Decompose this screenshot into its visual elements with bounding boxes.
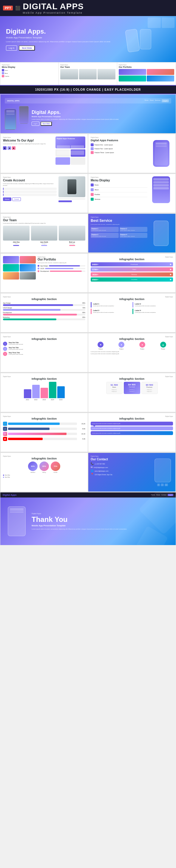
menu-portfolio-text: Portfolio	[95, 194, 100, 195]
bubble-text-2: Lorem ipsum dolor sit amet consectetur a…	[92, 428, 172, 429]
prog-lbl-text-1: App Design	[3, 302, 11, 304]
ig-text-list: Lorem ipsum dolor sit amet consectetur a…	[91, 351, 173, 354]
price-title: Infographic Section	[91, 377, 173, 380]
mini-menu-item-3: Portfolio	[2, 75, 57, 77]
nav-login-btn[interactable]: Log In	[162, 99, 169, 102]
ig-item-3: ● Feature	[132, 342, 152, 350]
speech-bubbles: Lorem ipsum dolor sit amet consectetur a…	[91, 422, 173, 435]
social-btn-1[interactable]: f	[157, 484, 160, 486]
ty-phone-row-3	[10, 512, 24, 513]
social-btn-2[interactable]: t	[161, 484, 164, 486]
circ-list: Item One Item Two	[3, 474, 85, 478]
field-username[interactable]	[3, 188, 57, 190]
circ-stat-2: 80% Rating	[40, 462, 49, 473]
portfolio-left	[3, 256, 36, 290]
port-item-6	[20, 272, 36, 280]
social-btn-3[interactable]: in	[165, 484, 168, 486]
mini-menu-item-1: Home	[2, 69, 57, 71]
phone-right-screen	[19, 106, 28, 123]
info-tr-grid: Label 1 Lorem ipsum dolor sit amet conse…	[91, 302, 173, 314]
portfolio-list: App Design UI/UX	[37, 265, 85, 272]
ig-item-2: ♦ Feature	[111, 342, 131, 350]
field-email[interactable]	[3, 191, 57, 193]
twitter-count: 15.2K	[78, 423, 85, 425]
row-info-progress: Digital Apps Infographic Section App Des…	[0, 293, 176, 333]
slide-info-steps-left: Digital Apps Infographic Section 1 Step …	[0, 333, 88, 372]
team-text: Lorem ipsum dolor sit amet, consectetur …	[3, 222, 85, 224]
screen-row-2	[6, 113, 15, 113]
hero-login-button[interactable]: Log In	[6, 45, 17, 51]
service-feat-1: Feature 1 Lorem ipsum dolor sit amet	[91, 227, 119, 232]
port-bar-track-3	[50, 271, 85, 272]
mini-team-photo-3	[98, 69, 116, 80]
menu-home-text: Home	[95, 184, 98, 186]
port-text: Lorem ipsum dolor sit amet, consectetur …	[37, 262, 85, 264]
welcome-icons: ▶ ◀ ▶	[3, 146, 54, 150]
hero-next-button[interactable]: Next Slide	[19, 45, 35, 51]
circle-lbl-3: Growth	[51, 472, 60, 473]
slide-timeline: Digital Apps Infographic Section 2021 20…	[0, 373, 88, 412]
tl-year-3: 2023	[41, 399, 48, 401]
step-3: 3 Step Three Title Lorem ipsum dolor sit…	[3, 352, 85, 356]
account-title: Create Account	[3, 179, 57, 182]
menu-item-home: Home	[91, 183, 147, 186]
bubble-2: Lorem ipsum dolor sit amet consectetur a…	[91, 426, 173, 430]
slide-social: Digital Apps Infographic Section 🐦 15.2K…	[0, 413, 88, 452]
mini-menu-text-3: Portfolio	[5, 75, 9, 77]
main-login-btn[interactable]: Log In	[32, 122, 40, 126]
nav-bar: DIGITAL APPS Home About Services Log In	[5, 98, 171, 103]
field-password[interactable]	[3, 194, 57, 196]
info-item-text-2: Lorem ipsum dolor sit amet consectetur	[135, 305, 172, 307]
ps-item-1: Feature 1	[125, 389, 139, 390]
features-content: Digital Apps Digital Apps Features Featu…	[88, 134, 175, 173]
menu-right	[149, 176, 173, 210]
welcome-icon-1[interactable]: ▶	[3, 146, 6, 150]
slide-menu: Digital Apps Menu Display Home About	[88, 174, 176, 213]
info-item-text-1: Lorem ipsum dolor sit amet consectetur	[93, 305, 130, 307]
stat-label-2: Users	[132, 269, 136, 270]
row-portfolio-info: Digital Apps Our Portfolio Lorem ipsum d…	[0, 253, 176, 293]
mini-label-1: Digital Apps	[2, 64, 57, 66]
port-label-1: App Design	[40, 265, 48, 267]
twitter-bar-fill	[8, 423, 60, 425]
info-item-text-4: Lorem ipsum dolor sit amet consectetur	[135, 312, 172, 313]
contact-phone-row: 📞 +1 234 567 890	[91, 462, 150, 465]
step-content-2: Step Two Title Lorem ipsum dolor sit ame…	[9, 347, 23, 350]
account-submit-btn[interactable]: Submit	[3, 197, 11, 201]
welcome-icon-2[interactable]: ◀	[7, 146, 11, 150]
account-content: Digital Apps Create Account Lorem ipsum …	[1, 174, 88, 213]
step-2: 2 Step Two Title Lorem ipsum dolor sit a…	[3, 347, 85, 351]
ig-r-title: Infographic Section	[91, 338, 173, 340]
tl-col-1: 2021	[24, 389, 31, 401]
prog-l-title: Infographic Section	[3, 298, 85, 301]
team-label: Digital Apps	[3, 216, 85, 218]
member-3: Bob Lee Developer	[59, 226, 85, 246]
icon-grid: ★ Feature ♦ Feature ● Feature ▲ Feature	[91, 342, 173, 350]
stat-num-2: 579K+	[92, 269, 98, 271]
ig-sym: ◎	[4, 433, 6, 435]
menu-label: Digital Apps	[91, 176, 147, 178]
welcome-icon-3[interactable]: ▶	[12, 146, 16, 150]
feat-text-2: Lorem ipsum dolor sit amet	[121, 229, 147, 231]
price-prem-items: Feature 1 Feature 2	[143, 389, 156, 392]
hero-main-text: Digital Apps. Mobile App Presentation Te…	[32, 110, 171, 126]
account-cancel-btn[interactable]: Cancel	[12, 197, 21, 201]
menu-divider-1	[91, 187, 147, 188]
team-content: Digital Apps Our Team Lorem ipsum dolor …	[1, 214, 88, 252]
mini-menu-dot-3	[2, 75, 4, 77]
prog-l-bars: App Design85% UI/UX Design70% Developmen…	[3, 302, 85, 320]
member-role-2: Designer	[31, 243, 57, 244]
yt-bar-fill	[8, 438, 43, 440]
yt-bar-track	[8, 438, 77, 440]
welcome-title: Welcome To Our App!	[3, 139, 54, 142]
tl-col-3: 2023	[41, 388, 48, 401]
port-dot-2	[37, 268, 40, 270]
service-features: Feature 1 Lorem ipsum dolor sit amet Fea…	[91, 227, 147, 238]
price-prem-amount: $9 500	[143, 383, 156, 386]
contact-web: www.digitalapps.com	[95, 470, 108, 472]
feat-icon-2	[91, 147, 94, 150]
prog-lbl-2: UI/UX Design70%	[3, 307, 85, 309]
social-row-yt: ▶ 5.3K	[3, 437, 85, 441]
row-circle-contact: Digital Apps Infographic Section 92% Sat…	[0, 452, 176, 492]
main-next-btn[interactable]: Next Slide	[41, 122, 52, 126]
